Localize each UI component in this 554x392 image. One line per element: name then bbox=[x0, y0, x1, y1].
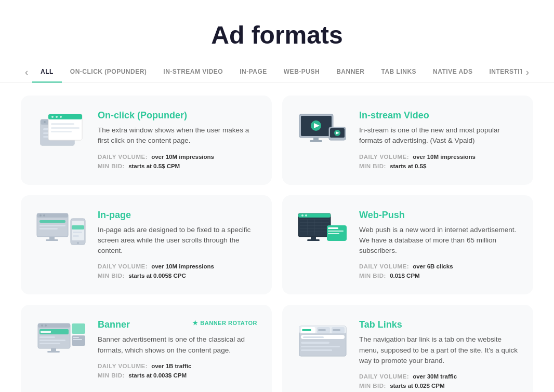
card-web-push[interactable]: Web-Push Web push is a new word in inter… bbox=[282, 195, 533, 295]
svg-rect-40 bbox=[73, 235, 79, 237]
tab-item-in-page[interactable]: IN-PAGE bbox=[231, 62, 275, 83]
card-daily-volume-banner: DAILY VOLUME: over 1B traffic bbox=[98, 363, 257, 369]
svg-point-63 bbox=[45, 325, 47, 327]
svg-rect-55 bbox=[307, 239, 320, 241]
card-daily-volume-web-push: DAILY VOLUME: over 6B clicks bbox=[359, 263, 519, 269]
card-popunder[interactable]: On-click (Popunder) The extra window sho… bbox=[21, 96, 272, 185]
svg-rect-52 bbox=[314, 219, 315, 235]
svg-rect-22 bbox=[310, 140, 322, 142]
badge-star-icon: ★ bbox=[192, 319, 199, 327]
card-icon-in-page bbox=[35, 210, 87, 251]
svg-point-12 bbox=[60, 116, 62, 118]
daily-volume-value: over 1B traffic bbox=[151, 363, 191, 369]
svg-rect-73 bbox=[73, 337, 79, 338]
card-min-bid-tab-links: MIN BID: starts at 0.02$ CPM bbox=[359, 383, 519, 389]
min-bid-value: starts at 0.02$ CPM bbox=[390, 383, 444, 389]
card-min-bid-in-page: MIN BID: starts at 0.005$ CPC bbox=[98, 273, 257, 279]
tab-item-web-push[interactable]: WEB-PUSH bbox=[275, 62, 328, 83]
daily-volume-label: DAILY VOLUME: bbox=[98, 363, 148, 369]
tab-arrow-left[interactable]: ‹ bbox=[21, 67, 32, 78]
svg-rect-87 bbox=[301, 349, 332, 351]
card-title-popunder: On-click (Popunder) bbox=[98, 110, 257, 121]
tab-item-in-stream[interactable]: IN-STREAM VIDEO bbox=[155, 62, 231, 83]
svg-rect-54 bbox=[311, 237, 316, 239]
svg-rect-68 bbox=[39, 343, 60, 344]
daily-volume-value: over 30M traffic bbox=[413, 373, 457, 380]
card-icon-web-push bbox=[297, 210, 349, 251]
svg-rect-39 bbox=[73, 232, 82, 233]
card-tab-links[interactable]: Tab Links The navigation bar link is a t… bbox=[282, 305, 533, 392]
svg-rect-82 bbox=[333, 329, 340, 331]
svg-rect-66 bbox=[39, 336, 55, 338]
card-min-bid-in-stream: MIN BID: starts at 0.5$ bbox=[359, 163, 519, 169]
svg-rect-38 bbox=[72, 225, 84, 229]
tab-item-interstitia[interactable]: INTERSTITIA bbox=[481, 62, 522, 83]
daily-volume-value: over 6B clicks bbox=[413, 263, 453, 269]
min-bid-value: starts at 0.003$ CPM bbox=[128, 372, 187, 379]
card-icon-popunder bbox=[35, 110, 87, 152]
min-bid-label: MIN BID: bbox=[359, 163, 386, 169]
svg-rect-32 bbox=[39, 225, 65, 226]
svg-rect-37 bbox=[72, 221, 84, 240]
svg-rect-51 bbox=[307, 219, 308, 235]
svg-point-30 bbox=[43, 214, 45, 217]
svg-point-29 bbox=[39, 214, 42, 217]
card-daily-volume-in-stream: DAILY VOLUME: over 10M impressions bbox=[359, 154, 519, 160]
svg-rect-31 bbox=[39, 220, 65, 223]
tab-item-banner[interactable]: BANNER bbox=[328, 62, 373, 83]
tab-item-popunder[interactable]: ON-CLICK (POPUNDER) bbox=[62, 62, 155, 83]
svg-rect-15 bbox=[51, 131, 72, 132]
card-in-stream[interactable]: In-stream Video In-stream is one of the … bbox=[282, 96, 533, 185]
min-bid-value: starts at 0.5$ CPM bbox=[128, 163, 180, 169]
card-title-web-push: Web-Push bbox=[359, 210, 519, 221]
card-in-page[interactable]: In-page In-page ads are designed to be f… bbox=[21, 195, 272, 295]
daily-volume-label: DAILY VOLUME: bbox=[359, 373, 409, 380]
daily-volume-label: DAILY VOLUME: bbox=[359, 263, 409, 269]
cards-grid: On-click (Popunder) The extra window sho… bbox=[0, 96, 554, 392]
min-bid-label: MIN BID: bbox=[98, 273, 125, 279]
svg-rect-86 bbox=[301, 346, 340, 347]
card-banner[interactable]: ★ BANNER ROTATOR Banner Banner advertise… bbox=[21, 305, 272, 392]
tab-bar: ‹ ALLON-CLICK (POPUNDER)IN-STREAM VIDEOI… bbox=[0, 62, 554, 83]
badge-label: BANNER ROTATOR bbox=[200, 320, 257, 326]
card-desc-web-push: Web push is a new word in internet adver… bbox=[359, 225, 519, 256]
svg-rect-71 bbox=[72, 323, 85, 334]
svg-point-45 bbox=[305, 214, 307, 217]
svg-rect-53 bbox=[322, 219, 322, 235]
min-bid-value: 0.01$ CPM bbox=[390, 273, 420, 279]
svg-rect-78 bbox=[302, 329, 311, 331]
tab-item-all[interactable]: ALL bbox=[32, 62, 62, 83]
card-desc-banner: Banner advertisement is one of the class… bbox=[98, 334, 257, 356]
svg-point-11 bbox=[56, 116, 58, 118]
svg-rect-13 bbox=[51, 123, 74, 125]
daily-volume-label: DAILY VOLUME: bbox=[359, 154, 409, 160]
svg-rect-70 bbox=[47, 351, 60, 353]
svg-rect-35 bbox=[46, 239, 58, 241]
card-icon-in-stream bbox=[297, 110, 349, 152]
card-content-web-push: Web-Push Web push is a new word in inter… bbox=[359, 210, 519, 282]
svg-rect-59 bbox=[328, 233, 339, 234]
card-title-in-page: In-page bbox=[98, 210, 257, 221]
svg-rect-58 bbox=[328, 231, 344, 232]
min-bid-label: MIN BID: bbox=[98, 163, 125, 169]
tab-arrow-right[interactable]: › bbox=[522, 67, 533, 78]
card-icon-banner bbox=[35, 319, 87, 361]
svg-rect-33 bbox=[39, 228, 58, 229]
daily-volume-label: DAILY VOLUME: bbox=[98, 263, 148, 269]
card-desc-in-stream: In-stream is one of the new and most pop… bbox=[359, 125, 519, 146]
card-daily-volume-in-page: DAILY VOLUME: over 10M impressions bbox=[98, 263, 257, 269]
daily-volume-value: over 10M impressions bbox=[413, 154, 476, 160]
tab-item-native-ads[interactable]: NATIVE ADS bbox=[425, 62, 481, 83]
card-min-bid-banner: MIN BID: starts at 0.003$ CPM bbox=[98, 372, 257, 379]
svg-rect-85 bbox=[301, 342, 329, 344]
card-content-tab-links: Tab Links The navigation bar link is a t… bbox=[359, 319, 519, 392]
svg-point-41 bbox=[77, 242, 79, 244]
svg-rect-65 bbox=[41, 331, 51, 333]
svg-point-44 bbox=[301, 214, 304, 217]
card-content-in-stream: In-stream Video In-stream is one of the … bbox=[359, 110, 519, 172]
min-bid-label: MIN BID: bbox=[98, 372, 125, 379]
tab-item-tab-links[interactable]: TAB LINKS bbox=[373, 62, 425, 83]
svg-rect-14 bbox=[51, 127, 80, 129]
svg-rect-74 bbox=[73, 339, 82, 340]
tab-list: ALLON-CLICK (POPUNDER)IN-STREAM VIDEOIN-… bbox=[32, 62, 522, 83]
